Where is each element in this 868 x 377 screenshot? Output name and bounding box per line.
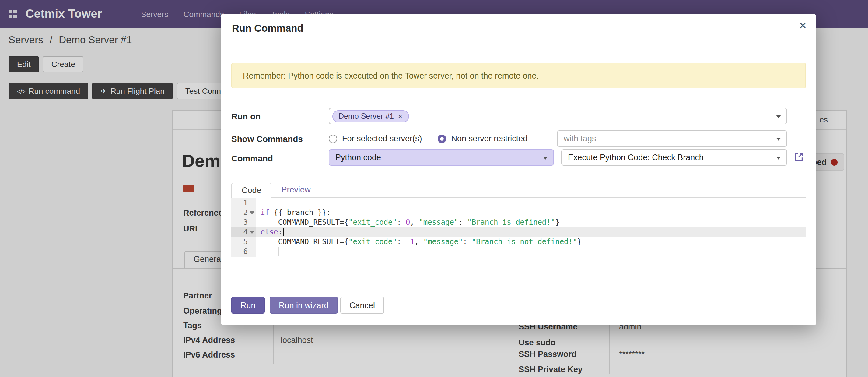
indent-guide xyxy=(287,247,287,256)
screen: Cetmix Tower Servers Commands Files Tool… xyxy=(0,0,868,377)
code-line-5[interactable]: COMMAND_RESULT={"exit_code": -1, "messag… xyxy=(256,237,806,246)
remove-tag-icon[interactable]: ✕ xyxy=(398,112,403,120)
indent-guide xyxy=(278,247,279,256)
code-editor[interactable]: 123456 if {{ branch }}: COMMAND_RESULT={… xyxy=(231,198,806,257)
editor-code: if {{ branch }}: COMMAND_RESULT={"exit_c… xyxy=(256,198,806,257)
command-type-select[interactable]: Python code xyxy=(329,149,554,166)
modal-tabs: Code Preview xyxy=(231,183,806,198)
cancel-button[interactable]: Cancel xyxy=(340,297,384,314)
code-line-1[interactable] xyxy=(256,198,806,208)
text-cursor xyxy=(283,228,284,236)
run-on-select[interactable]: Demo Server #1 ✕ xyxy=(329,108,787,124)
tab-code[interactable]: Code xyxy=(231,183,272,198)
gutter-line-2[interactable]: 2 xyxy=(231,208,256,218)
run-in-wizard-button[interactable]: Run in wizard xyxy=(270,297,338,314)
gutter-line-6: 6 xyxy=(231,246,256,256)
alert-warning: Remember: Python code is executed on the… xyxy=(231,63,806,88)
radio-for-selected-servers-label[interactable]: For selected server(s) xyxy=(342,134,422,143)
command-value: Execute Python Code: Check Branch xyxy=(568,153,704,162)
with-tags-select[interactable]: with tags xyxy=(557,130,787,147)
run-on-label: Run on xyxy=(231,112,260,121)
command-type-value: Python code xyxy=(335,153,381,162)
with-tags-placeholder: with tags xyxy=(564,134,596,143)
external-link-icon[interactable] xyxy=(794,152,804,162)
close-icon[interactable]: × xyxy=(799,19,807,32)
gutter-line-3: 3 xyxy=(231,218,256,227)
server-tag-pill[interactable]: Demo Server #1 ✕ xyxy=(332,110,409,122)
code-line-4[interactable]: else: xyxy=(256,227,806,237)
server-tag-label: Demo Server #1 xyxy=(338,112,394,120)
chevron-down-icon xyxy=(776,137,781,140)
show-commands-label: Show Commands xyxy=(231,134,303,144)
code-line-6[interactable] xyxy=(256,246,806,256)
modal-title: Run Command xyxy=(232,23,304,34)
fold-arrow-icon[interactable] xyxy=(250,231,254,234)
tab-preview[interactable]: Preview xyxy=(272,183,320,197)
code-line-2[interactable]: if {{ branch }}: xyxy=(256,208,806,218)
chevron-down-icon xyxy=(543,156,548,159)
code-line-3[interactable]: COMMAND_RESULT={"exit_code": 0, "message… xyxy=(256,218,806,227)
command-label: Command xyxy=(231,153,273,163)
show-commands-options: For selected server(s) Non server restri… xyxy=(329,130,543,147)
radio-for-selected-servers[interactable] xyxy=(329,134,337,143)
editor-gutter: 123456 xyxy=(231,198,256,257)
radio-non-server-restricted-label[interactable]: Non server restricted xyxy=(451,134,528,143)
command-select[interactable]: Execute Python Code: Check Branch xyxy=(561,149,787,166)
run-command-modal: Run Command × Remember: Python code is e… xyxy=(221,14,816,325)
fold-arrow-icon[interactable] xyxy=(250,211,254,214)
run-button[interactable]: Run xyxy=(231,297,265,314)
gutter-line-4[interactable]: 4 xyxy=(231,227,256,237)
gutter-line-5: 5 xyxy=(231,237,256,246)
chevron-down-icon xyxy=(776,115,781,118)
gutter-line-1: 1 xyxy=(231,198,256,208)
radio-non-server-restricted[interactable] xyxy=(438,134,446,143)
chevron-down-icon xyxy=(776,156,781,159)
